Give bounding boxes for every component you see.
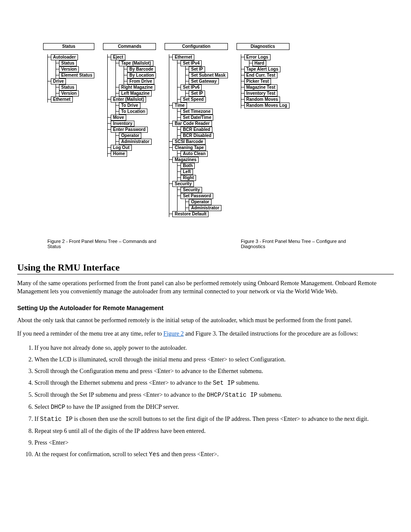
tree-node: Set Gateway — [189, 78, 218, 84]
tree-node: Version — [59, 66, 79, 72]
tree-node: Version — [59, 90, 79, 96]
heading-using-rmu: Using the RMU Interface — [17, 262, 394, 274]
tree-node: Set IPv6 — [181, 84, 202, 90]
tree-node: Time — [172, 103, 187, 109]
step-2: When the LCD is illuminated, scroll thro… — [34, 355, 394, 364]
setup-steps-list: If you have not already done so, apply p… — [26, 343, 394, 459]
figure-2-link[interactable]: Figure 2 — [163, 330, 184, 337]
tree-node: Left Magazine — [119, 90, 152, 96]
tree-node: Autoloader — [51, 54, 78, 60]
para-reminder: If you need a reminder of the menu tree … — [17, 330, 394, 338]
figure-3-caption: Figure 3 - Front Panel Menu Tree – Confi… — [241, 239, 364, 249]
tree-node: Set Timezone — [181, 109, 212, 115]
tree-node: Set Subnet Mask — [189, 72, 227, 78]
step-6: Select DHCP to have the IP assigned from… — [34, 402, 394, 412]
tree-node: From Drive — [127, 78, 154, 84]
tree-node: Magazine Test — [244, 84, 278, 90]
tree-node: Set IPv4 — [181, 60, 202, 66]
tree-node: Set IP — [189, 66, 205, 72]
tree-node: Inventory — [111, 121, 134, 127]
tree-header: Diagnostics — [237, 43, 290, 50]
step-4: Scroll through the Ethernet submenu and … — [34, 378, 394, 388]
tree-node: Set Password — [181, 193, 213, 199]
tree-node: Tape (Mailslot) — [119, 60, 153, 66]
step-7: If Static IP is chosen then use the scro… — [34, 414, 394, 424]
tree-node: By Location — [127, 72, 156, 78]
tree-node: Administrator — [189, 205, 221, 211]
tree-node: By Barcode — [127, 66, 156, 72]
tree-node: Element Status — [59, 72, 94, 78]
tree-node: Set IP — [189, 90, 205, 96]
tree-node: Drive — [51, 78, 66, 84]
tree-node: Tape Alert Logs — [244, 66, 280, 72]
para-remote-exception: About the only task that cannot be perfo… — [17, 317, 394, 325]
heading-setup-remote: Setting Up the Autoloader for Remote Man… — [17, 305, 394, 311]
tree-node: Set Date/Time — [181, 115, 213, 121]
tree-node: Bar Code Reader — [172, 121, 212, 127]
tree-node: Picker Test — [244, 78, 271, 84]
tree-node: Security — [181, 187, 202, 193]
diagnostics-menu-tree: DiagnosticsError LogsHardTape Alert Logs… — [237, 43, 290, 109]
tree-node: To Drive — [119, 103, 140, 109]
tree-node: SCSI Barcode — [172, 139, 205, 145]
tree-node: Log Out — [111, 145, 131, 151]
tree-node: Ethernet — [172, 54, 194, 60]
tree-header: Status — [43, 43, 94, 50]
configuration-menu-tree: ConfigurationEthernetSet IPv4Set IPSet S… — [165, 43, 227, 217]
tree-node: Enter (Mailslot) — [111, 96, 146, 103]
tree-node: Ethernet — [51, 96, 73, 103]
tree-node: Status — [59, 84, 77, 90]
tree-node: Auto Clean — [181, 151, 208, 157]
tree-node: Security — [172, 181, 193, 187]
tree-node: Magazines — [172, 157, 199, 163]
tree-node: Move — [111, 115, 126, 121]
tree-node: BCR Enabled — [181, 127, 212, 133]
step-1: If you have not already done so, apply p… — [34, 343, 394, 352]
step-8: Repeat step 6 until all of the digits of… — [34, 426, 394, 436]
tree-node: Cleaning Tape — [172, 145, 206, 151]
status-menu-tree: StatusAutoloaderStatusVersionElement Sta… — [43, 43, 94, 103]
tree-node: Random Moves Log — [244, 103, 290, 109]
tree-node: Operator — [119, 133, 141, 139]
tree-node: Status — [59, 60, 77, 66]
step-3: Scroll through the Configuration menu an… — [34, 367, 394, 376]
tree-header: Configuration — [165, 43, 227, 50]
tree-node: Operator — [189, 199, 211, 205]
tree-header: Commands — [103, 43, 156, 50]
figure-2-caption: Figure 2 - Front Panel Menu Tree – Comma… — [47, 239, 163, 249]
tree-node: Restore Default — [172, 211, 209, 217]
tree-node: Administrator — [119, 139, 152, 145]
tree-node: Both — [181, 163, 195, 169]
step-5: Scroll through the Set IP submenu and pr… — [34, 390, 394, 400]
tree-node: End Curr. Test — [244, 72, 278, 78]
commands-menu-tree: CommandsEjectTape (Mailslot)By BarcodeBy… — [103, 43, 156, 157]
tree-node: Set Speed — [181, 96, 206, 103]
step-9: Press <Enter> — [34, 438, 394, 447]
tree-node: Inventory Test — [244, 90, 278, 96]
tree-node: Eject — [111, 54, 125, 60]
tree-node: Right — [181, 175, 196, 181]
tree-node: To Location — [119, 109, 147, 115]
step-10: At the request for confirmation, scroll … — [34, 450, 394, 459]
tree-node: Random Moves — [244, 96, 280, 103]
tree-node: Left — [181, 169, 193, 175]
tree-node: BCR Disabled — [181, 133, 213, 139]
menu-trees-figure: StatusAutoloaderStatusVersionElement Sta… — [17, 0, 394, 226]
tree-node: Hard — [252, 60, 267, 66]
para-rmu-intro: Many of the same operations performed fr… — [17, 280, 394, 296]
tree-node: Home — [111, 151, 127, 157]
tree-node: Error Logs — [244, 54, 271, 60]
tree-node: Right Magazine — [119, 84, 155, 90]
tree-node: Enter Password — [111, 127, 148, 133]
